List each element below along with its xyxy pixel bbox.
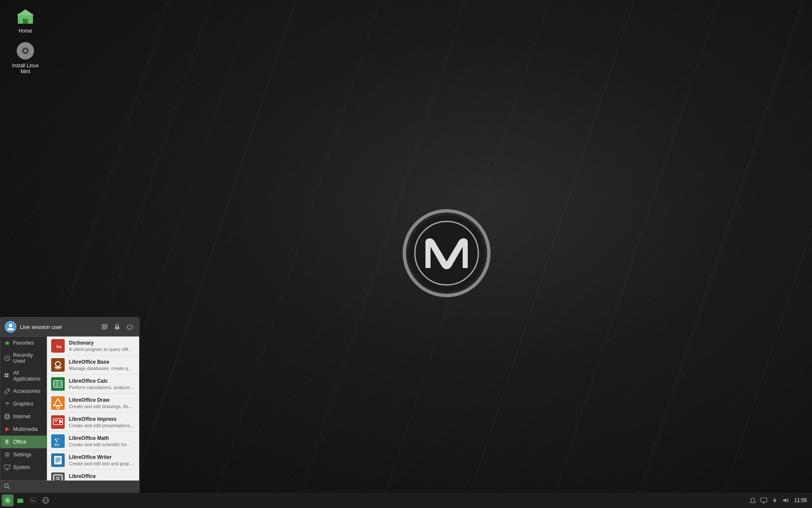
lo-math-desc: Create and edit scientific formulas and … [69, 442, 135, 447]
sidebar-item-graphics[interactable]: Graphics [0, 398, 47, 410]
lo-draw-name: LibreOffice Draw [69, 397, 135, 404]
lo-draw-desc: Create and edit drawings, flow charts an… [69, 404, 135, 409]
svg-line-84 [8, 487, 10, 489]
svg-rect-31 [5, 373, 6, 375]
svg-rect-76 [54, 456, 62, 464]
install-disc-icon [15, 41, 36, 61]
app-item-libreoffice-base[interactable]: LibreOffice Base Manage databases, creat… [47, 356, 139, 375]
svg-text:Aa: Aa [56, 344, 62, 349]
svg-rect-16 [23, 19, 28, 24]
svg-point-85 [4, 497, 11, 504]
sidebar-item-all-applications[interactable]: All Applications [0, 367, 47, 385]
svg-rect-92 [761, 498, 767, 502]
sidebar-label-multimedia: Multimedia [13, 426, 38, 432]
settings-icon [4, 451, 11, 458]
sidebar-label-office: Office [13, 439, 26, 445]
sidebar-label-recently-used: Recently Used [13, 352, 43, 364]
sidebar-item-multimedia[interactable]: Multimedia [0, 423, 47, 436]
app-item-libreoffice-math[interactable]: ∑ LibreOffice Math Create and edit scien… [47, 432, 139, 451]
search-icon [4, 483, 10, 490]
header-files-icon[interactable] [99, 322, 110, 332]
sidebar-item-system[interactable]: System [0, 461, 47, 474]
libreoffice-draw-icon [51, 396, 65, 410]
svg-marker-96 [783, 498, 786, 502]
menu-user: Live session user [5, 321, 62, 333]
menu-header: Live session user [0, 318, 139, 337]
home-folder-icon [15, 6, 36, 26]
sidebar-item-recently-used[interactable]: Recently Used [0, 349, 47, 367]
app-item-libreoffice-draw[interactable]: LibreOffice Draw Create and edit drawing… [47, 394, 139, 413]
notification-icon[interactable] [749, 496, 757, 505]
app-item-libreoffice-calc[interactable]: LibreOffice Calc Perform calculations, a… [47, 375, 139, 394]
header-lock-icon[interactable] [112, 322, 122, 332]
sidebar-label-settings: Settings [13, 452, 31, 458]
taskbar-terminal-button[interactable] [27, 494, 39, 506]
volume-icon[interactable] [782, 496, 790, 505]
svg-rect-34 [7, 375, 8, 377]
start-button[interactable] [2, 494, 14, 506]
header-power-icon[interactable] [125, 322, 135, 332]
lo-draw-info: LibreOffice Draw Create and edit drawing… [69, 397, 135, 409]
sidebar-label-graphics: Graphics [13, 401, 33, 407]
system-icon [4, 464, 11, 471]
libreoffice-calc-icon [51, 377, 65, 391]
svg-rect-32 [7, 373, 8, 375]
svg-line-10 [719, 0, 812, 508]
svg-point-21 [9, 324, 12, 327]
lo-writer-name: LibreOffice Writer [69, 454, 135, 461]
menu-search [0, 480, 139, 492]
user-avatar [5, 321, 16, 333]
lo-base-desc: Manage databases, create queries and r..… [69, 366, 135, 371]
taskbar-browser-button[interactable] [40, 494, 52, 506]
sidebar-item-accessories[interactable]: Accessories [0, 385, 47, 398]
mint-logo [400, 207, 493, 301]
graphics-icon [4, 400, 11, 407]
sidebar-item-office[interactable]: Office [0, 436, 47, 448]
app-item-dictionary[interactable]: Aa Dictionary A client program to query … [47, 337, 139, 356]
taskbar-clock: 11:55 [793, 497, 809, 503]
app-item-libreoffice-impress[interactable]: LibreOffice Impress Create and edit pres… [47, 413, 139, 432]
menu-body: Favorites Recently Used All Applications [0, 337, 139, 480]
lo-calc-desc: Perform calculations, analyze informatio… [69, 385, 135, 390]
svg-rect-86 [17, 499, 23, 503]
libreoffice-impress-icon [51, 415, 65, 429]
taskbar-files-button[interactable] [14, 494, 26, 506]
display-icon[interactable] [760, 496, 768, 505]
lo-calc-name: LibreOffice Calc [69, 378, 135, 385]
lo-calc-info: LibreOffice Calc Perform calculations, a… [69, 378, 135, 390]
menu-header-icons [99, 322, 135, 332]
taskbar-left [0, 494, 53, 506]
lo-info: LibreOffice The office productivity suit… [69, 473, 135, 480]
dictionary-desc: A client program to query different dict… [69, 347, 135, 352]
dictionary-info: Dictionary A client program to query dif… [69, 340, 135, 352]
taskbar: 11:55 [0, 493, 812, 508]
svg-marker-95 [773, 497, 776, 503]
sidebar-label-internet: Internet [13, 414, 30, 420]
app-item-libreoffice-writer[interactable]: LibreOffice Writer Create and edit text … [47, 451, 139, 470]
sidebar-item-internet[interactable]: Internet [0, 410, 47, 423]
svg-marker-44 [5, 427, 10, 431]
sidebar-label-accessories: Accessories [13, 388, 41, 394]
power-indicator-icon[interactable] [771, 496, 779, 505]
sidebar-item-settings[interactable]: Settings [0, 448, 47, 461]
app-item-libreoffice[interactable]: LibreOffice The office productivity suit… [47, 470, 139, 480]
start-menu: Live session user [0, 317, 140, 493]
lo-math-info: LibreOffice Math Create and edit scienti… [69, 435, 135, 447]
svg-line-8 [550, 0, 719, 508]
favorites-icon [4, 340, 11, 346]
svg-rect-55 [51, 358, 65, 372]
desktop-icon-home[interactable]: Home [8, 4, 42, 36]
dictionary-icon: Aa [51, 339, 65, 353]
svg-text:∑: ∑ [54, 437, 60, 445]
svg-point-28 [117, 327, 118, 328]
sidebar-item-favorites[interactable]: Favorites [0, 337, 47, 349]
libreoffice-math-icon: ∑ [51, 434, 65, 448]
sidebar-label-all-apps: All Applications [13, 370, 43, 382]
desktop: Home Install Linux Mint L [0, 0, 812, 508]
desktop-icon-install[interactable]: Install Linux Mint [8, 39, 42, 77]
all-apps-icon [4, 373, 11, 379]
search-input[interactable] [12, 483, 136, 490]
taskbar-right: 11:55 [745, 496, 812, 505]
dictionary-name: Dictionary [69, 340, 135, 347]
home-icon-label: Home [19, 28, 32, 34]
